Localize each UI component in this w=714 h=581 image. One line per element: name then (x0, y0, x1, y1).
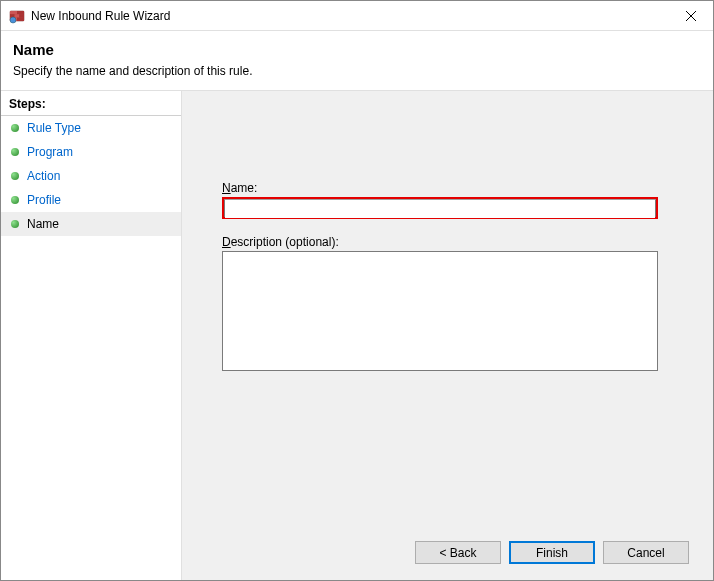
bullet-icon (11, 148, 19, 156)
bullet-icon (11, 196, 19, 204)
svg-rect-2 (17, 11, 24, 14)
step-label: Action (27, 169, 60, 183)
step-action[interactable]: Action (1, 164, 181, 188)
wizard-window: New Inbound Rule Wizard Name Specify the… (0, 0, 714, 581)
svg-rect-4 (15, 14, 20, 17)
header: Name Specify the name and description of… (1, 31, 713, 90)
page-title: Name (13, 41, 701, 58)
bullet-icon (11, 124, 19, 132)
window-title: New Inbound Rule Wizard (31, 9, 668, 23)
steps-panel: Steps: Rule Type Program Action Profile … (1, 91, 182, 580)
step-program[interactable]: Program (1, 140, 181, 164)
main-panel: Name: Description (optional): < Back Fin… (182, 91, 713, 580)
button-bar: < Back Finish Cancel (415, 541, 689, 564)
svg-point-8 (10, 17, 16, 23)
back-button[interactable]: < Back (415, 541, 501, 564)
close-button[interactable] (668, 1, 713, 31)
finish-button[interactable]: Finish (509, 541, 595, 564)
description-label: Description (optional): (222, 235, 658, 249)
page-description: Specify the name and description of this… (13, 64, 701, 78)
steps-label: Steps: (1, 93, 181, 116)
description-input[interactable] (222, 251, 658, 371)
name-input-highlight (222, 197, 658, 219)
step-rule-type[interactable]: Rule Type (1, 116, 181, 140)
firewall-icon (9, 8, 25, 24)
cancel-button[interactable]: Cancel (603, 541, 689, 564)
titlebar: New Inbound Rule Wizard (1, 1, 713, 31)
body: Steps: Rule Type Program Action Profile … (1, 90, 713, 580)
svg-rect-1 (10, 11, 17, 14)
step-name[interactable]: Name (1, 212, 181, 236)
step-label: Program (27, 145, 73, 159)
name-input[interactable] (225, 200, 655, 218)
step-label: Rule Type (27, 121, 81, 135)
name-label: Name: (222, 181, 658, 195)
step-label: Profile (27, 193, 61, 207)
step-label: Name (27, 217, 59, 231)
bullet-icon (11, 172, 19, 180)
bullet-icon (11, 220, 19, 228)
form-area: Name: Description (optional): (222, 181, 658, 374)
svg-rect-7 (17, 17, 24, 20)
step-profile[interactable]: Profile (1, 188, 181, 212)
svg-rect-5 (19, 14, 24, 17)
